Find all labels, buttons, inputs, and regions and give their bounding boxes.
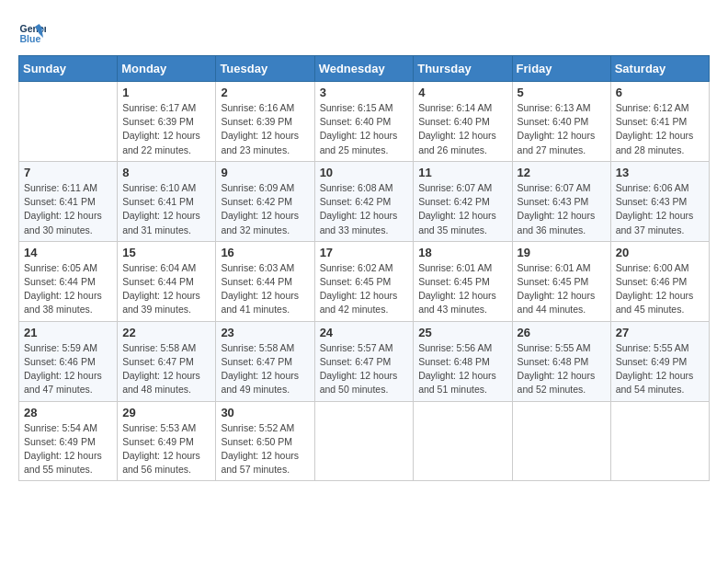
day-number: 9 [221, 166, 309, 179]
calendar-cell: 29 Sunrise: 5:53 AMSunset: 6:49 PMDaylig… [118, 401, 216, 481]
day-number: 4 [418, 86, 506, 99]
page-header: General Blue [18, 18, 710, 46]
weekday-tuesday: Tuesday [216, 56, 314, 82]
day-number: 7 [24, 166, 112, 179]
svg-text:Blue: Blue [20, 33, 41, 44]
calendar-cell: 5 Sunrise: 6:13 AMSunset: 6:40 PMDayligh… [512, 82, 610, 162]
day-detail: Sunrise: 6:08 AMSunset: 6:42 PMDaylight:… [320, 181, 409, 237]
calendar-cell: 23 Sunrise: 5:58 AMSunset: 6:47 PMDaylig… [216, 321, 314, 401]
day-detail: Sunrise: 5:57 AMSunset: 6:47 PMDaylight:… [320, 341, 409, 397]
calendar-cell: 2 Sunrise: 6:16 AMSunset: 6:39 PMDayligh… [216, 82, 314, 162]
calendar-cell: 9 Sunrise: 6:09 AMSunset: 6:42 PMDayligh… [216, 161, 314, 241]
day-detail: Sunrise: 6:00 AMSunset: 6:46 PMDaylight:… [616, 261, 704, 317]
day-number: 29 [122, 406, 210, 419]
day-detail: Sunrise: 6:11 AMSunset: 6:41 PMDaylight:… [24, 181, 112, 237]
weekday-friday: Friday [512, 56, 610, 82]
day-detail: Sunrise: 6:12 AMSunset: 6:41 PMDaylight:… [616, 101, 704, 157]
calendar-cell: 15 Sunrise: 6:04 AMSunset: 6:44 PMDaylig… [118, 241, 216, 321]
day-detail: Sunrise: 6:15 AMSunset: 6:40 PMDaylight:… [320, 101, 409, 157]
logo: General Blue [18, 18, 46, 46]
calendar-cell: 11 Sunrise: 6:07 AMSunset: 6:42 PMDaylig… [414, 161, 512, 241]
weekday-saturday: Saturday [610, 56, 709, 82]
calendar-cell: 25 Sunrise: 5:56 AMSunset: 6:48 PMDaylig… [414, 321, 512, 401]
day-number: 19 [518, 246, 606, 259]
calendar-cell: 10 Sunrise: 6:08 AMSunset: 6:42 PMDaylig… [314, 161, 414, 241]
day-detail: Sunrise: 5:58 AMSunset: 6:47 PMDaylight:… [221, 341, 309, 397]
day-detail: Sunrise: 6:07 AMSunset: 6:42 PMDaylight:… [418, 181, 506, 237]
weekday-sunday: Sunday [19, 56, 118, 82]
day-detail: Sunrise: 6:05 AMSunset: 6:44 PMDaylight:… [24, 261, 112, 317]
calendar-cell: 24 Sunrise: 5:57 AMSunset: 6:47 PMDaylig… [314, 321, 414, 401]
day-number: 2 [221, 86, 309, 99]
calendar-cell: 22 Sunrise: 5:58 AMSunset: 6:47 PMDaylig… [118, 321, 216, 401]
day-number: 30 [221, 406, 309, 419]
calendar-cell: 4 Sunrise: 6:14 AMSunset: 6:40 PMDayligh… [414, 82, 512, 162]
day-detail: Sunrise: 6:02 AMSunset: 6:45 PMDaylight:… [320, 261, 409, 317]
calendar-cell: 3 Sunrise: 6:15 AMSunset: 6:40 PMDayligh… [314, 82, 414, 162]
calendar-cell [610, 401, 709, 481]
day-detail: Sunrise: 5:59 AMSunset: 6:46 PMDaylight:… [24, 341, 112, 397]
day-detail: Sunrise: 6:03 AMSunset: 6:44 PMDaylight:… [221, 261, 309, 317]
day-number: 22 [122, 326, 210, 339]
calendar-week-3: 14 Sunrise: 6:05 AMSunset: 6:44 PMDaylig… [19, 241, 710, 321]
day-number: 8 [122, 166, 210, 179]
calendar-cell [414, 401, 512, 481]
day-number: 26 [518, 326, 606, 339]
day-detail: Sunrise: 6:01 AMSunset: 6:45 PMDaylight:… [518, 261, 606, 317]
calendar-cell: 17 Sunrise: 6:02 AMSunset: 6:45 PMDaylig… [314, 241, 414, 321]
day-number: 28 [24, 406, 112, 419]
calendar-cell: 13 Sunrise: 6:06 AMSunset: 6:43 PMDaylig… [610, 161, 709, 241]
calendar-cell: 28 Sunrise: 5:54 AMSunset: 6:49 PMDaylig… [19, 401, 118, 481]
weekday-wednesday: Wednesday [314, 56, 414, 82]
calendar-table: SundayMondayTuesdayWednesdayThursdayFrid… [18, 55, 710, 481]
calendar-cell: 1 Sunrise: 6:17 AMSunset: 6:39 PMDayligh… [118, 82, 216, 162]
calendar-cell [19, 82, 118, 162]
day-number: 14 [24, 246, 112, 259]
day-number: 6 [616, 86, 704, 99]
calendar-cell: 16 Sunrise: 6:03 AMSunset: 6:44 PMDaylig… [216, 241, 314, 321]
day-detail: Sunrise: 5:53 AMSunset: 6:49 PMDaylight:… [122, 421, 210, 477]
calendar-week-5: 28 Sunrise: 5:54 AMSunset: 6:49 PMDaylig… [19, 401, 710, 481]
logo-icon: General Blue [18, 18, 46, 46]
day-number: 12 [518, 166, 606, 179]
day-number: 11 [418, 166, 506, 179]
day-detail: Sunrise: 6:04 AMSunset: 6:44 PMDaylight:… [122, 261, 210, 317]
day-number: 25 [418, 326, 506, 339]
day-detail: Sunrise: 6:09 AMSunset: 6:42 PMDaylight:… [221, 181, 309, 237]
day-number: 5 [518, 86, 606, 99]
day-detail: Sunrise: 6:07 AMSunset: 6:43 PMDaylight:… [518, 181, 606, 237]
day-detail: Sunrise: 6:10 AMSunset: 6:41 PMDaylight:… [122, 181, 210, 237]
day-number: 17 [320, 246, 409, 259]
calendar-cell: 19 Sunrise: 6:01 AMSunset: 6:45 PMDaylig… [512, 241, 610, 321]
day-detail: Sunrise: 5:55 AMSunset: 6:48 PMDaylight:… [518, 341, 606, 397]
calendar-cell: 21 Sunrise: 5:59 AMSunset: 6:46 PMDaylig… [19, 321, 118, 401]
day-number: 13 [616, 166, 704, 179]
weekday-thursday: Thursday [414, 56, 512, 82]
day-number: 24 [320, 326, 409, 339]
calendar-week-4: 21 Sunrise: 5:59 AMSunset: 6:46 PMDaylig… [19, 321, 710, 401]
day-number: 23 [221, 326, 309, 339]
day-number: 20 [616, 246, 704, 259]
calendar-cell: 30 Sunrise: 5:52 AMSunset: 6:50 PMDaylig… [216, 401, 314, 481]
day-number: 27 [616, 326, 704, 339]
day-detail: Sunrise: 5:54 AMSunset: 6:49 PMDaylight:… [24, 421, 112, 477]
day-detail: Sunrise: 5:58 AMSunset: 6:47 PMDaylight:… [122, 341, 210, 397]
day-detail: Sunrise: 5:56 AMSunset: 6:48 PMDaylight:… [418, 341, 506, 397]
calendar-week-2: 7 Sunrise: 6:11 AMSunset: 6:41 PMDayligh… [19, 161, 710, 241]
day-number: 3 [320, 86, 409, 99]
day-detail: Sunrise: 6:14 AMSunset: 6:40 PMDaylight:… [418, 101, 506, 157]
calendar-cell: 12 Sunrise: 6:07 AMSunset: 6:43 PMDaylig… [512, 161, 610, 241]
day-detail: Sunrise: 6:17 AMSunset: 6:39 PMDaylight:… [122, 101, 210, 157]
calendar-cell: 7 Sunrise: 6:11 AMSunset: 6:41 PMDayligh… [19, 161, 118, 241]
calendar-cell: 14 Sunrise: 6:05 AMSunset: 6:44 PMDaylig… [19, 241, 118, 321]
day-number: 21 [24, 326, 112, 339]
day-detail: Sunrise: 6:06 AMSunset: 6:43 PMDaylight:… [616, 181, 704, 237]
calendar-cell: 18 Sunrise: 6:01 AMSunset: 6:45 PMDaylig… [414, 241, 512, 321]
weekday-header-row: SundayMondayTuesdayWednesdayThursdayFrid… [19, 56, 710, 82]
calendar-week-1: 1 Sunrise: 6:17 AMSunset: 6:39 PMDayligh… [19, 82, 710, 162]
calendar-cell: 6 Sunrise: 6:12 AMSunset: 6:41 PMDayligh… [610, 82, 709, 162]
day-number: 16 [221, 246, 309, 259]
calendar-body: 1 Sunrise: 6:17 AMSunset: 6:39 PMDayligh… [19, 82, 710, 481]
day-detail: Sunrise: 6:13 AMSunset: 6:40 PMDaylight:… [518, 101, 606, 157]
day-detail: Sunrise: 5:52 AMSunset: 6:50 PMDaylight:… [221, 421, 309, 477]
